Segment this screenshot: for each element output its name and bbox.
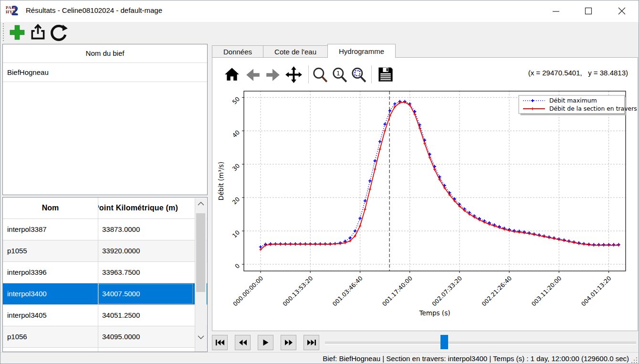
mpl-save-button[interactable] xyxy=(377,66,393,82)
tab-bar: DonnéesCote de l'eauHydrogramme xyxy=(212,45,395,58)
tab-cote-de-l-eau[interactable]: Cote de l'eau xyxy=(263,45,328,57)
table-cell[interactable]: interpol3405 xyxy=(3,305,98,326)
bief-list-panel: Nom du bief BiefHogneau xyxy=(2,44,208,195)
home-icon xyxy=(224,66,240,83)
minimize-button[interactable] xyxy=(546,3,566,19)
magnifier-1-icon: 1 xyxy=(332,67,348,83)
export-button[interactable] xyxy=(29,23,48,42)
mpl-home-button[interactable] xyxy=(224,66,240,83)
player-fast-forward-button[interactable] xyxy=(281,335,296,350)
save-floppy-icon xyxy=(377,66,394,83)
table-row xyxy=(3,348,207,352)
mpl-zoom-region-button[interactable]: 1 xyxy=(332,67,348,83)
table-cell[interactable]: p1055 xyxy=(3,240,98,261)
table-cell[interactable]: 34051.2500 xyxy=(98,305,193,326)
play-icon xyxy=(262,339,269,346)
toolbar-drag-handle[interactable] xyxy=(3,23,4,42)
table-cell[interactable]: interpol3396 xyxy=(3,262,98,283)
fast-forward-icon xyxy=(284,339,293,346)
add-button[interactable] xyxy=(8,23,27,42)
svg-text:20: 20 xyxy=(231,196,241,206)
table-cell[interactable]: 33920.0000 xyxy=(98,240,193,261)
scroll-up-icon[interactable] xyxy=(195,198,206,210)
table-cell[interactable]: interpol3387 xyxy=(3,219,98,240)
svg-text:002.07:33:20: 002.07:33:20 xyxy=(431,275,463,307)
svg-text:1: 1 xyxy=(336,70,340,77)
svg-text:002.21:26:40: 002.21:26:40 xyxy=(481,275,513,307)
player-skip-end-button[interactable] xyxy=(304,335,319,350)
table-row[interactable]: interpol338733873.0000 xyxy=(3,219,207,240)
close-button[interactable] xyxy=(612,3,631,19)
hydrogramme-chart[interactable]: 000.00:00:00000.13:53:20001.03:46:40001.… xyxy=(213,89,638,330)
mpl-zoom-button[interactable] xyxy=(312,67,328,83)
bief-list-header: Nom du bief xyxy=(3,44,207,63)
magnifier-icon xyxy=(312,67,328,83)
column-header-nom[interactable]: Nom xyxy=(3,198,98,218)
close-icon xyxy=(618,7,626,15)
table-header-row: Nom Point Kilométrique (m) xyxy=(3,198,207,219)
svg-text:40: 40 xyxy=(231,129,241,139)
svg-text:50: 50 xyxy=(231,96,241,106)
table-row[interactable]: interpol339633963.7500 xyxy=(3,262,207,283)
svg-text:Débit de la section en travers: Débit de la section en travers xyxy=(549,105,637,112)
mpl-pan-button[interactable] xyxy=(285,66,301,82)
svg-text:001.03:46:40: 001.03:46:40 xyxy=(331,275,364,307)
plus-icon xyxy=(8,23,26,42)
mpl-zoom-fit-button[interactable] xyxy=(351,67,367,83)
svg-text:000.13:53:20: 000.13:53:20 xyxy=(282,275,314,307)
vertical-scrollbar[interactable] xyxy=(195,198,207,352)
window-title: Résultats - Celine08102024 - default-mag… xyxy=(26,6,162,14)
mpl-back-button[interactable] xyxy=(245,67,261,83)
pan-move-icon xyxy=(285,66,303,83)
resize-grip[interactable] xyxy=(631,357,638,364)
table-cell[interactable]: interpol3400 xyxy=(3,283,98,304)
rewind-icon xyxy=(239,339,247,346)
svg-text:10: 10 xyxy=(231,229,241,239)
skip-start-icon xyxy=(215,339,225,346)
maximize-icon xyxy=(585,7,592,15)
table-row[interactable]: interpol340534051.2500 xyxy=(3,305,207,326)
forward-arrow-icon xyxy=(265,67,281,83)
tab-donn-es[interactable]: Données xyxy=(212,45,263,57)
app-logo-icon: PAMHYR 2 xyxy=(6,4,22,19)
maximize-button[interactable] xyxy=(579,3,598,19)
table-cell[interactable]: 34095.0000 xyxy=(98,326,193,347)
status-bar: Bief: BiefHogneau | Section en travers: … xyxy=(0,352,639,364)
scrollbar-thumb[interactable] xyxy=(196,213,205,292)
svg-text:0: 0 xyxy=(234,262,241,270)
table-cell[interactable]: p1056 xyxy=(3,326,98,347)
time-slider-handle[interactable] xyxy=(440,335,448,349)
table-cell[interactable]: 33963.7500 xyxy=(98,262,193,283)
svg-text:000.00:00:00: 000.00:00:00 xyxy=(232,275,264,307)
time-slider-track[interactable] xyxy=(325,342,636,345)
svg-text:001.17:40:00: 001.17:40:00 xyxy=(381,275,413,307)
player-skip-start-button[interactable] xyxy=(212,335,228,350)
svg-text:Débit maximum: Débit maximum xyxy=(549,97,597,104)
table-row[interactable]: interpol340034007.5000 xyxy=(3,283,207,305)
scroll-down-icon[interactable] xyxy=(195,332,206,344)
bief-list-item[interactable]: BiefHogneau xyxy=(3,63,207,82)
status-text: Bief: BiefHogneau | Section en travers: … xyxy=(323,354,629,363)
table-row[interactable]: p105634095.0000 xyxy=(3,326,207,348)
svg-text:003.11:20:00: 003.11:20:00 xyxy=(530,275,563,307)
reload-icon xyxy=(49,23,68,42)
table-row[interactable]: p105533920.0000 xyxy=(3,240,207,262)
tab-hydrogramme[interactable]: Hydrogramme xyxy=(327,44,396,58)
table-cell[interactable]: 34007.5000 xyxy=(98,283,193,304)
main-toolbar xyxy=(0,22,639,43)
cursor-coordinates: (x = 29470.5401, y = 38.4813) xyxy=(528,69,628,77)
svg-text:Temps (s): Temps (s) xyxy=(419,309,450,317)
svg-text:30: 30 xyxy=(231,162,241,172)
player-play-button[interactable] xyxy=(258,335,273,350)
mpl-forward-button[interactable] xyxy=(265,67,281,83)
svg-text:004.01:13:20: 004.01:13:20 xyxy=(580,275,612,307)
svg-text:Débit (m³/s): Débit (m³/s) xyxy=(217,162,225,200)
column-header-pk[interactable]: Point Kilométrique (m) xyxy=(98,198,194,218)
reload-button[interactable] xyxy=(49,23,68,42)
back-arrow-icon xyxy=(245,67,261,83)
title-bar: PAMHYR 2 Résultats - Celine08102024 - de… xyxy=(0,0,639,22)
player-rewind-button[interactable] xyxy=(235,335,251,350)
skip-end-icon xyxy=(307,339,316,346)
magnifier-fit-icon xyxy=(351,67,367,83)
table-cell[interactable]: 33873.0000 xyxy=(98,219,193,240)
